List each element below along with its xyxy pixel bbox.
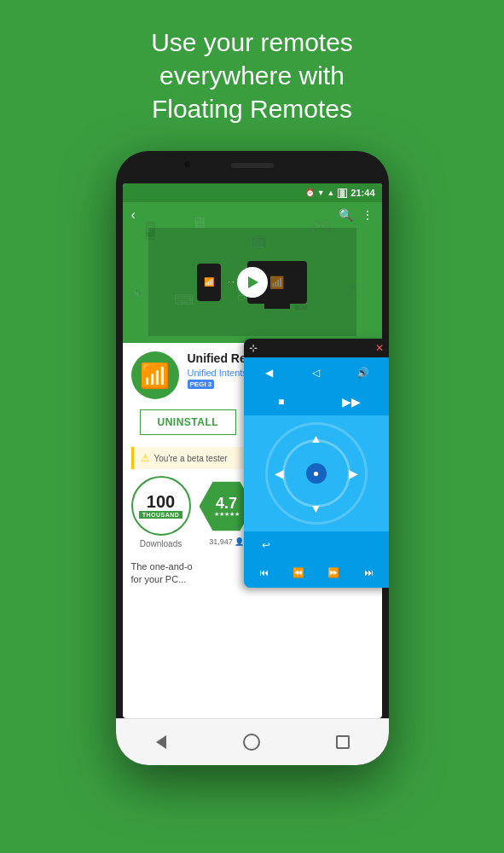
remote-center-dot: ⏺ bbox=[306, 463, 327, 484]
phone-nav-bar bbox=[116, 718, 389, 765]
play-button[interactable] bbox=[237, 267, 268, 298]
pegi-badge: PEGI 3 bbox=[188, 380, 215, 389]
remote-skip-back-btn[interactable]: ⏮ bbox=[247, 560, 281, 584]
battery-icon: ▓ bbox=[338, 189, 348, 198]
phone-body: ⏰ ▼ ▲ ▓ 21:44 📱 🖥 📺 🎮 🔊 bbox=[116, 151, 389, 765]
developer-name[interactable]: Unified Intents bbox=[188, 368, 247, 378]
play-store-header: 📱 🖥 📺 🎮 🔊 ⌨ 🖱 📷 🎵 ‹ 🔍 ⋮ bbox=[123, 202, 382, 343]
phone-wrapper: ⏰ ▼ ▲ ▓ 21:44 📱 🖥 📺 🎮 🔊 bbox=[116, 151, 389, 765]
beta-text: You're a beta tester bbox=[154, 454, 228, 463]
search-icon[interactable]: 🔍 bbox=[339, 208, 353, 222]
warning-icon: ⚠ bbox=[141, 452, 150, 464]
more-icon[interactable]: ⋮ bbox=[362, 208, 374, 222]
remote-title-bar: ⊹ ✕ bbox=[244, 339, 389, 357]
phone-camera bbox=[184, 161, 190, 167]
uninstall-button[interactable]: UNINSTALL bbox=[140, 409, 237, 435]
signal-icon: ▲ bbox=[327, 189, 335, 197]
floating-remote: ⊹ ✕ ◀ ◁ 🔊 ■ ▶▶ bbox=[244, 339, 389, 588]
downloads-label: Downloads bbox=[140, 539, 182, 548]
header-toolbar: ‹ 🔍 ⋮ bbox=[123, 202, 382, 228]
remote-skip-fwd-btn[interactable]: ⏭ bbox=[352, 560, 385, 584]
remote-top-controls: ◀ ◁ 🔊 bbox=[244, 357, 389, 388]
header-icons: 🔍 ⋮ bbox=[339, 208, 374, 222]
phone-speaker bbox=[231, 163, 274, 168]
nav-recent-button[interactable] bbox=[330, 729, 356, 755]
svg-text:🔊: 🔊 bbox=[131, 285, 147, 299]
back-icon[interactable]: ‹ bbox=[131, 207, 136, 223]
downloads-number: 100 bbox=[147, 493, 175, 510]
time-display: 21:44 bbox=[350, 188, 374, 198]
remote-move-icon[interactable]: ⊹ bbox=[249, 342, 258, 354]
play-triangle-icon bbox=[248, 276, 258, 288]
alarm-icon: ⏰ bbox=[305, 189, 315, 197]
remote-rew2-btn[interactable]: ⏪ bbox=[282, 560, 316, 584]
remote-stop-btn[interactable]: ■ bbox=[247, 390, 316, 414]
remote-prev-btn[interactable]: ◀ bbox=[247, 361, 293, 385]
remote-close-icon[interactable]: ✕ bbox=[375, 342, 384, 354]
dpad-right-icon[interactable]: ▶ bbox=[349, 467, 358, 480]
dpad-down-icon[interactable]: ▼ bbox=[310, 502, 322, 515]
remote-back-btn[interactable]: ↩ bbox=[247, 533, 285, 557]
nav-back-button[interactable] bbox=[148, 729, 174, 755]
status-icons: ⏰ ▼ ▲ ▓ bbox=[305, 189, 348, 198]
status-bar: ⏰ ▼ ▲ ▓ 21:44 bbox=[123, 183, 382, 202]
downloads-unit: THOUSAND bbox=[139, 511, 183, 519]
remote-mid-controls: ■ ▶▶ bbox=[244, 388, 389, 415]
remote-dpad-section: ▲ ▼ ◀ ▶ ⏺ bbox=[244, 415, 389, 531]
rating-person-icon: 👤 bbox=[235, 537, 244, 546]
remote-transport-row: ⏮ ⏪ ⏩ ⏭ bbox=[244, 559, 389, 588]
app-wifi-icon: 📶 bbox=[140, 362, 170, 390]
wifi-signal-icon: 📶 bbox=[204, 277, 214, 287]
dpad-up-icon[interactable]: ▲ bbox=[310, 432, 322, 445]
remote-vol-btn[interactable]: 🔊 bbox=[340, 361, 385, 385]
rating-count-value: 31,947 bbox=[209, 537, 233, 546]
remote-back-row: ↩ bbox=[244, 531, 389, 559]
tv-base bbox=[264, 304, 290, 309]
remote-center-btn[interactable]: ⏺ bbox=[282, 439, 350, 508]
headline: Use your remotes everywhere with Floatin… bbox=[117, 0, 387, 142]
nav-home-button[interactable] bbox=[239, 729, 264, 755]
remote-outer-circle: ▲ ▼ ◀ ▶ ⏺ bbox=[265, 422, 368, 525]
video-thumbnail[interactable]: 📶 ··· 📶 bbox=[148, 228, 356, 336]
downloads-circle: 100 THOUSAND bbox=[131, 476, 191, 536]
dpad-left-icon[interactable]: ◀ bbox=[275, 467, 284, 480]
nav-recent-icon bbox=[336, 735, 350, 749]
small-phone-icon: 📶 bbox=[197, 264, 221, 301]
wifi-icon: ▼ bbox=[317, 189, 325, 197]
rating-number: 4.7 bbox=[216, 496, 237, 511]
nav-back-icon bbox=[156, 735, 166, 749]
rating-stars: ★★★★★ bbox=[214, 511, 240, 518]
nav-home-icon bbox=[243, 734, 260, 751]
remote-play-btn[interactable]: ▶▶ bbox=[317, 390, 385, 414]
app-icon: 📶 bbox=[131, 351, 179, 399]
tv-wifi-icon: 📶 bbox=[269, 276, 284, 289]
remote-rew-btn[interactable]: ◁ bbox=[293, 361, 339, 385]
remote-ff-btn[interactable]: ⏩ bbox=[317, 560, 350, 584]
record-icon: ⏺ bbox=[313, 470, 320, 478]
downloads-stat: 100 THOUSAND Downloads bbox=[131, 476, 191, 548]
rating-count: 31,947 👤 bbox=[209, 537, 244, 546]
